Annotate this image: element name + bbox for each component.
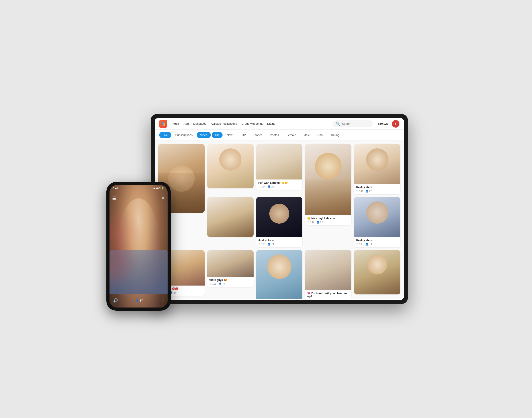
stream-card[interactable]: Fun with a friend! 🤜🤛 ♡ 144 👤 27 (256, 144, 303, 190)
card-info: Just woke up ♡ 195 👤 74 (256, 237, 303, 247)
wifi-icon: WiFi (156, 187, 160, 189)
nav-feed[interactable]: Feed (172, 122, 179, 125)
like-stat: ♡ 195 (258, 243, 265, 246)
card-stats: ♡ 144 👤 27 (307, 221, 349, 224)
expand-icon[interactable]: ⛶ (160, 299, 164, 303)
card-title: Fun with a friend! 🤜🤛 (258, 181, 300, 184)
card-info: 😊 Nice day! Lets chat! ♡ 144 👤 27 (305, 215, 351, 225)
stream-card[interactable] (354, 250, 400, 294)
tab-more[interactable]: ··· (344, 131, 355, 139)
viewer-count: 👤 37 (136, 299, 143, 302)
nav-right: 850,028 T (378, 120, 399, 128)
viewers-person-icon: 👤 (136, 299, 139, 302)
like-stat: ♡ 195 (356, 243, 363, 246)
viewer-stat: 👤 27 (366, 190, 372, 193)
user-avatar[interactable]: T (392, 120, 399, 128)
search-icon: 🔍 (336, 122, 340, 126)
tab-new[interactable]: New (223, 132, 236, 138)
phone-device: 9:41 ▪▪▪ WiFi 🔋 ☰ ✕ 🔊 👤 37 ⛶ (106, 182, 171, 311)
list-item[interactable] (207, 144, 254, 194)
list-item[interactable] (256, 250, 303, 299)
card-info: 💗 I'm bored. Will you cheer me up? ♡ 195… (305, 290, 351, 299)
stream-card[interactable] (207, 144, 254, 188)
card-info: there guys 🤩 ♡ 195 👤 74 (207, 277, 254, 287)
stream-card[interactable]: 😊 Nice day! Lets chat! ♡ 144 👤 27 (305, 144, 351, 225)
close-icon[interactable]: ✕ (161, 196, 165, 201)
phone-time: 9:41 (113, 187, 118, 189)
list-item[interactable]: Just woke up ♡ 195 👤 74 (256, 197, 303, 247)
viewer-stat: 👤 27 (317, 221, 323, 224)
nav-dating[interactable]: Dating (267, 122, 276, 125)
phone-bottom-controls: 🔊 👤 37 ⛶ (110, 298, 167, 303)
card-title: 💗 I'm bored. Will you cheer me up? (307, 292, 349, 298)
stream-card[interactable]: Just woke up ♡ 195 👤 74 (256, 197, 303, 247)
stream-card[interactable] (207, 197, 254, 237)
app-logo: 🎭 (159, 120, 167, 128)
list-item[interactable]: Reality show ♡ 144 👤 27 (354, 144, 400, 194)
tab-male[interactable]: Male (300, 132, 313, 138)
nav-activate-notifications[interactable]: Activate notifications (211, 122, 237, 125)
card-info: Fun with a friend! 🤜🤛 ♡ 144 👤 27 (256, 179, 303, 190)
nav-group-videochat[interactable]: Group videochat (241, 122, 262, 125)
stream-card[interactable]: Reality show ♡ 195 👤 74 (354, 197, 400, 247)
card-stats: ♡ 195 👤 74 (258, 243, 300, 246)
card-stats: ♡ 195 👤 74 (356, 243, 398, 246)
card-title: Just woke up (258, 239, 300, 242)
list-item[interactable] (354, 250, 400, 299)
tab-video[interactable]: Video (197, 132, 211, 138)
viewer-stat: 👤 27 (267, 185, 274, 188)
card-stats: ♡ 144 👤 27 (356, 190, 398, 193)
tablet-screen: 🎭 Feed Add Messages Activate notificatio… (155, 118, 404, 300)
stream-card[interactable]: Reality show ♡ 144 👤 27 (354, 144, 400, 194)
phone-top-controls: ☰ ✕ (110, 194, 167, 203)
tab-subscriptions[interactable]: Subscriptions (172, 132, 196, 138)
list-item[interactable]: 😊 Nice day! Lets chat! ♡ 144 👤 27 (305, 144, 351, 247)
phone-video-background (110, 185, 167, 308)
card-info: Reality show ♡ 144 👤 27 (354, 184, 400, 194)
nav-add[interactable]: Add (184, 122, 189, 125)
list-item[interactable]: Fun with a friend! 🤜🤛 ♡ 144 👤 27 (256, 144, 303, 194)
phone-screen: 9:41 ▪▪▪ WiFi 🔋 ☰ ✕ 🔊 👤 37 ⛶ (110, 185, 167, 308)
tab-female[interactable]: Female (283, 132, 299, 138)
volume-icon[interactable]: 🔊 (113, 298, 118, 303)
user-count: 850,028 (378, 122, 388, 125)
like-stat: ♡ 195 (210, 282, 216, 285)
stream-card[interactable] (256, 250, 303, 299)
tablet-device: 🎭 Feed Add Messages Activate notificatio… (151, 114, 408, 304)
phone-status-bar: 9:41 ▪▪▪ WiFi 🔋 (110, 185, 167, 191)
search-bar[interactable]: 🔍 (333, 120, 373, 127)
hamburger-icon[interactable]: ☰ (112, 196, 116, 201)
top-navigation: 🎭 Feed Add Messages Activate notificatio… (155, 118, 404, 129)
card-title: Reality show (356, 186, 398, 189)
card-title: Reality show (356, 239, 398, 242)
tab-top[interactable]: TOP (237, 132, 249, 138)
nav-messages[interactable]: Messages (193, 122, 206, 125)
tab-photos[interactable]: Photos (267, 132, 282, 138)
like-stat: ♡ 144 (356, 190, 363, 193)
battery-icon: 🔋 (161, 187, 164, 189)
viewer-stat: 👤 74 (366, 243, 372, 246)
card-title: 😊 Nice day! Lets chat! (307, 217, 349, 220)
card-stats: ♡ 195 👤 74 (210, 282, 251, 285)
tab-stories[interactable]: Stories (250, 132, 266, 138)
tab-live[interactable]: Live (159, 132, 171, 138)
list-item[interactable]: Reality show ♡ 195 👤 74 (354, 197, 400, 247)
filter-tabs: Live Subscriptions Video HD New TOP Stor… (155, 129, 404, 140)
card-stats: ♡ 144 👤 27 (258, 185, 300, 188)
stream-card[interactable]: there guys 🤩 ♡ 195 👤 74 (207, 250, 254, 287)
list-item[interactable]: 💗 I'm bored. Will you cheer me up? ♡ 195… (305, 250, 351, 299)
search-input[interactable] (342, 122, 369, 125)
viewer-stat: 👤 74 (219, 282, 225, 285)
nav-links: Feed Add Messages Activate notifications… (172, 122, 327, 125)
list-item[interactable]: there guys 🤩 ♡ 195 👤 74 (207, 250, 254, 299)
signal-icon: ▪▪▪ (153, 187, 155, 189)
tab-chat[interactable]: Chat (314, 132, 327, 138)
viewer-stat: 👤 74 (267, 243, 274, 246)
content-area: st me 💋💋💋 ♡ 144 👤 27 (155, 140, 404, 299)
stream-card[interactable]: 💗 I'm bored. Will you cheer me up? ♡ 195… (305, 250, 351, 299)
card-info: Reality show ♡ 195 👤 74 (354, 237, 400, 247)
list-item[interactable] (207, 197, 254, 247)
tab-dating[interactable]: Dating (328, 132, 343, 138)
tab-hd[interactable]: HD (212, 132, 222, 138)
like-stat: ♡ 144 (258, 185, 265, 188)
